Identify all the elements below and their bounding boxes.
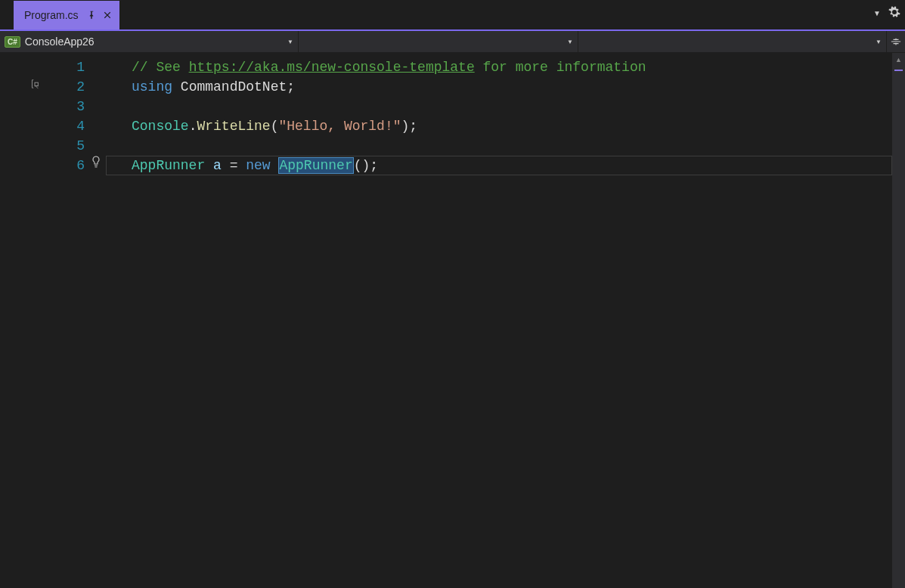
tok-space [205,158,213,173]
chevron-down-icon: ▼ [876,39,882,45]
tok-comment: for more information [475,60,646,75]
tok-punct: (); [354,158,378,173]
document-tab[interactable]: Program.cs [14,1,119,29]
tab-bar-right: ▼ [873,6,900,20]
tok-punct: ( [271,119,279,134]
tok-space [172,79,181,94]
pin-icon[interactable] [86,10,97,20]
tok-space [271,158,279,173]
line-number: 1 [27,57,89,77]
scope-label: ConsoleApp26 [25,36,95,48]
code-structure-icon[interactable] [29,79,40,91]
tok-keyword: new [246,158,270,173]
tok-type: AppRunner [132,158,205,173]
line-number: 5 [27,136,89,156]
tok-type: Console [132,119,189,134]
close-icon[interactable] [101,9,113,21]
line-number: 4 [27,116,89,136]
vertical-scrollbar[interactable]: ▲ [892,53,905,588]
line-number: 6 [27,156,89,175]
outline-gutter [0,53,27,588]
code-line[interactable]: // See https://aka.ms/new-console-templa… [106,57,892,77]
document-tab-label: Program.cs [24,9,79,21]
editor[interactable]: 1 2 3 4 5 6 // See https://aka.ms/new-co… [0,53,905,588]
code-line-active[interactable]: AppRunner a = new AppRunner(); [106,156,892,175]
line-number-gutter: 1 2 3 4 5 6 [27,53,89,588]
tok-method: WriteLine [197,119,270,134]
tok-comment: // See [132,60,189,75]
scope-dropdown[interactable]: C# ConsoleApp26 ▼ [0,31,299,52]
lightbulb-icon[interactable] [90,156,102,170]
caret-position-marker [894,70,903,71]
type-dropdown[interactable]: ▼ [299,31,578,52]
quick-action-gutter [89,53,106,588]
code-area[interactable]: // See https://aka.ms/new-console-templa… [106,53,892,588]
tok-local: a [213,158,222,173]
tok-op: = [222,158,246,173]
code-line[interactable]: using CommandDotNet; [106,77,892,97]
tok-punct: ; [287,79,295,94]
tok-string: "Hello, World!" [278,119,401,134]
line-number: 3 [27,97,89,116]
split-window-icon[interactable] [887,31,905,52]
tok-url[interactable]: https://aka.ms/new-console-template [189,60,475,75]
active-files-dropdown-icon[interactable]: ▼ [873,9,881,17]
tok-punct: ); [401,119,418,134]
tok-type-selected: AppRunner [278,157,353,174]
chevron-down-icon: ▼ [287,39,293,45]
gear-icon[interactable] [888,6,900,20]
scroll-up-icon[interactable]: ▲ [892,53,905,66]
tok-keyword: using [132,79,172,94]
code-line[interactable] [106,97,892,116]
chevron-down-icon: ▼ [567,39,573,45]
member-dropdown[interactable]: ▼ [578,31,887,52]
tok-namespace: CommandDotNet [181,79,287,94]
navigation-bar: C# ConsoleApp26 ▼ ▼ ▼ [0,31,905,53]
code-line[interactable]: Console.WriteLine("Hello, World!"); [106,116,892,136]
csharp-badge-icon: C# [5,36,20,48]
tok-punct: . [189,119,197,134]
code-line[interactable] [106,136,892,156]
tab-bar: Program.cs ▼ [0,0,905,31]
